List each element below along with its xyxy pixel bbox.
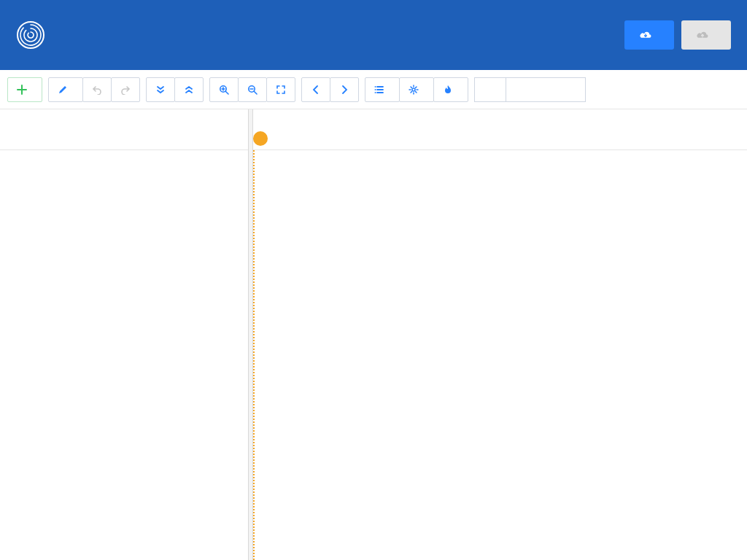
features-button[interactable] [365, 77, 400, 102]
toolbar [0, 70, 747, 109]
project-start-tag [253, 131, 268, 146]
gear-icon [409, 85, 419, 95]
next-button[interactable] [330, 77, 359, 102]
task-grid [0, 109, 249, 560]
flame-icon [443, 85, 453, 95]
redo-icon [120, 85, 131, 95]
svg-point-0 [18, 22, 44, 48]
collapse-all-button[interactable] [174, 77, 204, 102]
brand [16, 20, 55, 50]
list-icon [374, 85, 384, 95]
find-tasks-input[interactable] [506, 77, 586, 102]
undo-button[interactable] [82, 77, 112, 102]
redo-button[interactable] [111, 77, 140, 102]
double-chevron-up-icon [184, 85, 194, 95]
expand-all-button[interactable] [146, 77, 175, 102]
chevron-right-icon [339, 85, 349, 95]
zoom-in-button[interactable] [209, 77, 239, 102]
zoom-fit-button[interactable] [266, 77, 295, 102]
header-buttons [624, 20, 731, 50]
cloud-upload-icon [696, 30, 709, 40]
timescale [253, 109, 747, 150]
chevron-left-icon [311, 85, 321, 95]
critical-paths-button[interactable] [433, 77, 468, 102]
main [0, 109, 747, 560]
grid-column-headers [0, 109, 248, 150]
prev-button[interactable] [301, 77, 330, 102]
create-button[interactable] [7, 77, 42, 102]
settings-button[interactable] [399, 77, 434, 102]
cloud-download-icon [639, 30, 652, 40]
plus-icon [17, 85, 27, 95]
double-chevron-down-icon [155, 85, 166, 95]
zoom-in-icon [219, 85, 229, 95]
gantt-body[interactable] [253, 150, 747, 560]
zoom-out-icon [247, 85, 258, 95]
project-select[interactable] [474, 77, 506, 102]
save-button[interactable] [681, 20, 731, 50]
project-start-line [253, 150, 255, 560]
gantt-pane [253, 109, 747, 560]
zoom-out-button[interactable] [238, 77, 267, 102]
edit-button[interactable] [48, 77, 83, 102]
zoom-fit-icon [276, 85, 286, 95]
load-button[interactable] [624, 20, 674, 50]
pencil-icon [58, 85, 68, 95]
app-logo [16, 20, 45, 50]
svg-point-3 [412, 88, 415, 91]
app-header [0, 0, 747, 70]
undo-icon [92, 85, 102, 95]
